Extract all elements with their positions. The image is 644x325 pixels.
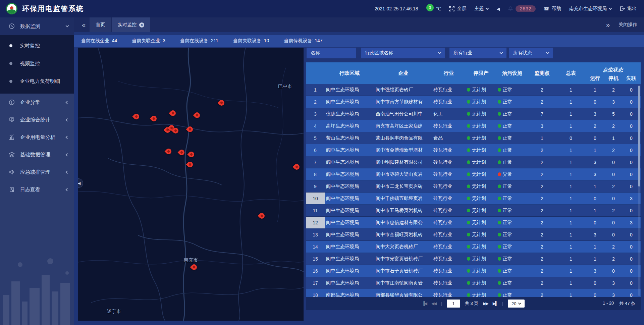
cell-total-meters: 1	[556, 96, 586, 108]
table-row[interactable]: 14阆中生态环境局阆中大兴页岩机砖厂砖瓦行业无计划正常21120	[306, 241, 641, 253]
tab-label: 首页	[96, 22, 105, 28]
table-row[interactable]: 15阆中生态环境局阆中市光富页岩机砖厂砖瓦行业无计划正常21120	[306, 253, 641, 265]
table-row[interactable]: 12阆中生态环境局阆中市忠信建材有限公砖瓦行业无计划正常21003	[306, 217, 641, 229]
cell-region: 阆中生态环境局	[325, 180, 374, 192]
sidebar-subitem-1[interactable]: 视频监控	[0, 55, 74, 72]
col-subheader-2[interactable]: 失联	[623, 74, 640, 84]
cell-stop-status: 无计划	[466, 205, 496, 216]
map-pin-2[interactable]	[170, 109, 176, 117]
sidebar-item-4[interactable]: 基础数据管理	[0, 146, 74, 163]
stat-0: 当前在线企业: 44	[81, 38, 117, 44]
table-row[interactable]: 13阆中生态环境局阆中市金福旺页岩机砖砖瓦行业无计划正常21300	[306, 229, 641, 241]
sidebar-subitem-0[interactable]: 实时监控	[0, 37, 74, 55]
col-subheader-1[interactable]: 停机	[604, 74, 623, 84]
help-button[interactable]: ☎ 帮助	[544, 6, 561, 12]
map-pin-4[interactable]	[219, 99, 225, 107]
sidebar-item-6[interactable]: 日志查看	[0, 181, 74, 198]
col-group-header: 点位状态	[586, 62, 640, 74]
first-page-icon[interactable]: ▐◀	[422, 301, 427, 306]
col-subheader-0[interactable]: 运行	[586, 74, 604, 84]
tab-1[interactable]: 实时监控×	[112, 17, 150, 32]
table-row[interactable]: 16阆中生态环境局阆中市石子页岩机砖厂砖瓦行业无计划正常21300	[306, 265, 641, 277]
page-number-input[interactable]: 1	[447, 300, 460, 308]
col-header-3[interactable]: 行业	[432, 62, 466, 84]
cell-company: 阆中市金博瑞新型墙材	[374, 144, 432, 156]
table-row[interactable]: 8阆中生态环境局阆中市枣碧大梁山页岩砖瓦行业无计划异常21300	[306, 168, 641, 180]
map-pin-14[interactable]	[259, 212, 265, 220]
stat-label: 当前失联企业:	[132, 38, 163, 43]
last-page-icon[interactable]: ▶▌	[493, 301, 497, 306]
cell-company: 阆中市光富页岩机砖厂	[374, 253, 432, 265]
chevron-left-icon	[66, 153, 69, 156]
table-row[interactable]: 10阆中生态环境局阆中千佛镇五郎垭页岩砖瓦行业无计划正常21003	[306, 193, 641, 205]
table-scrollbar[interactable]	[638, 85, 640, 296]
facility-status-label: 正常	[503, 99, 512, 105]
sidebar-item-1[interactable]: 企业异常	[0, 94, 74, 111]
notifications[interactable]: 2632	[508, 5, 535, 12]
table-row[interactable]: 1阆中生态环境局阆中强锐页岩砖厂砖瓦行业无计划正常21120	[306, 84, 641, 96]
cell-lost: 0	[623, 156, 640, 168]
table-row[interactable]: 3仪陇生态环境局西南油气田分公司川中化工无计划正常71350	[306, 108, 641, 120]
pin-icon	[186, 125, 194, 133]
close-operations-button[interactable]: 关闭操作	[619, 22, 637, 28]
tabs-scroll-right-icon[interactable]: »	[606, 21, 610, 29]
table-row[interactable]: 4高坪生态环境局南充市高坪区王家店建砖瓦行业无计划正常31220	[306, 120, 641, 132]
col-header-0[interactable]	[306, 62, 325, 84]
col-header-1[interactable]: 行政区域	[325, 62, 374, 84]
tab-0[interactable]: 首页	[90, 17, 111, 32]
map-pin-8[interactable]	[187, 125, 193, 133]
sidebar-item-0[interactable]: 数据监测	[0, 17, 74, 35]
page-size-select[interactable]: 20	[508, 300, 525, 308]
map-pin-10[interactable]	[179, 149, 185, 157]
layers-icon	[9, 152, 15, 158]
map-city-label-2: 遂宁市	[107, 309, 121, 315]
status-select[interactable]: 所有状态	[509, 48, 553, 58]
map-pin-3[interactable]	[194, 111, 200, 119]
region-select[interactable]: 行政区域名称	[361, 48, 445, 58]
sidebar-item-3[interactable]: 企业用电量分析	[0, 128, 74, 146]
table-row[interactable]: 7阆中生态环境局阆中明阳建材有限公司砖瓦行业无计划正常21300	[306, 156, 641, 168]
col-header-4[interactable]: 停限产	[466, 62, 496, 84]
cell-company: 西南油气田分公司川中	[374, 108, 432, 120]
stat-value: 3	[163, 38, 165, 43]
map-pin-0[interactable]	[133, 113, 140, 121]
name-search-input[interactable]: 名称	[307, 48, 356, 58]
fullscreen-button[interactable]: 全屏	[449, 6, 466, 12]
col-header-2[interactable]: 企业	[374, 62, 432, 84]
col-header-5[interactable]: 治污设施	[496, 62, 528, 84]
stat-3: 当前失联设备: 10	[233, 38, 269, 44]
tabs-scroll-left-icon[interactable]: «	[78, 21, 89, 29]
theme-dropdown[interactable]: 主题	[474, 6, 488, 12]
tab-close-icon[interactable]: ×	[139, 22, 144, 28]
table-row[interactable]: 6阆中生态环境局阆中市金博瑞新型墙材砖瓦行业无计划正常21120	[306, 144, 641, 156]
mute-button[interactable]: ◀	[496, 6, 500, 11]
table-row[interactable]: 17阆中生态环境局阆中市江南镇阆南页岩砖瓦行业无计划正常21030	[306, 277, 641, 289]
sidebar-subitem-2[interactable]: 企业电力负荷明细	[0, 72, 74, 90]
col-header-6[interactable]: 监测点	[528, 62, 556, 84]
cell-running: 1	[586, 205, 604, 216]
map-pin-15[interactable]	[191, 263, 197, 271]
table-row[interactable]: 5营山生态环境局营山县润丰肉食品有限食品无计划正常10010	[306, 132, 641, 144]
table-row[interactable]: 2阆中生态环境局阆中市南方节能建材有砖瓦行业无计划正常21030	[306, 96, 641, 108]
table-row[interactable]: 9阆中生态环境局阆中市二龙长宝页岩砖砖瓦行业无计划正常21120	[306, 180, 641, 193]
scrollbar-thumb[interactable]	[638, 86, 640, 186]
map-pin-11[interactable]	[189, 151, 195, 159]
logout-button[interactable]: 退出	[620, 6, 637, 12]
map-pin-12[interactable]	[187, 161, 193, 169]
industry-select[interactable]: 所有行业	[449, 48, 506, 58]
map-pin-9[interactable]	[166, 148, 172, 156]
table-row[interactable]: 18南部生态环境局南部县瑞华页岩有限公砖瓦行业无计划正常21030	[306, 289, 641, 297]
industry-select-value: 所有行业	[453, 50, 472, 56]
prev-page-icon[interactable]: ◀◀	[431, 301, 436, 306]
map-pin-7[interactable]	[173, 127, 179, 135]
sidebar-item-2[interactable]: 企业综合统计	[0, 111, 74, 128]
org-dropdown[interactable]: 南充市生态环境局	[569, 6, 611, 12]
next-page-icon[interactable]: ▶▶	[483, 301, 488, 306]
col-header-7[interactable]: 总表	[556, 62, 586, 84]
map-pin-13[interactable]	[294, 163, 300, 171]
table-row[interactable]: 11阆中生态环境局阆中市五马桥页岩机砖砖瓦行业无计划正常21120	[306, 205, 641, 217]
status-dot-icon	[467, 245, 470, 249]
sidebar-item-5[interactable]: 应急减排管理	[0, 163, 74, 181]
map-pin-1[interactable]	[151, 115, 157, 123]
map[interactable]: 巴中市南充市遂宁市 ◀	[78, 48, 304, 321]
